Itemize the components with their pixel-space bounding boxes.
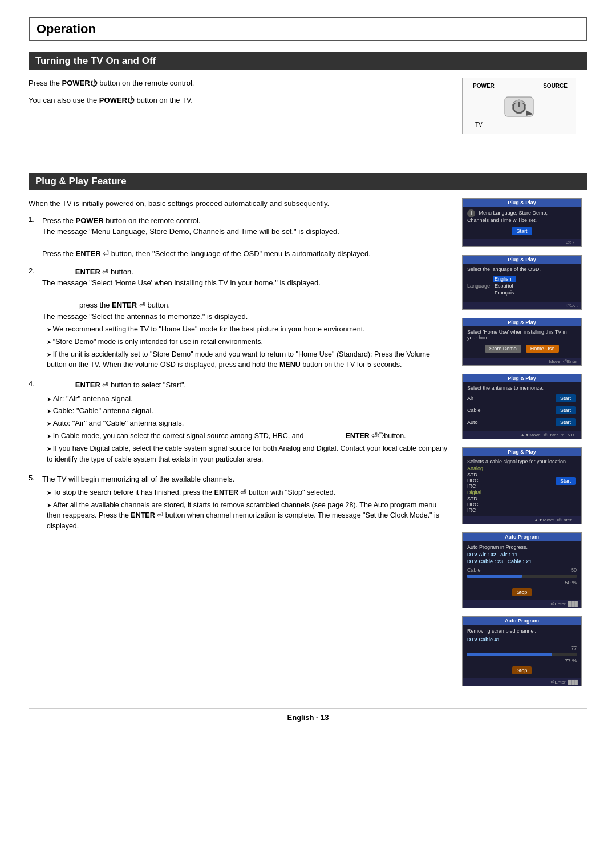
home-use-btn[interactable]: Home Use bbox=[526, 345, 560, 353]
auto-prog-info: Auto Program in Progress. DTV Air : 02 A… bbox=[467, 544, 577, 565]
step-1-num: 1. bbox=[29, 215, 39, 224]
auto-start-btn[interactable]: Start bbox=[556, 418, 576, 426]
note-after: After all the available channels are sto… bbox=[47, 500, 451, 532]
turning-heading: Turning the TV On and Off bbox=[29, 52, 587, 70]
progress-fill-1 bbox=[467, 575, 522, 578]
note-2: "Store Demo" mode is only intended for u… bbox=[47, 337, 451, 347]
analog-start-btn[interactable]: Start bbox=[556, 477, 576, 485]
screen5-text: Selects a cable signal type for your loc… bbox=[467, 459, 577, 464]
source-label: SOURCE bbox=[543, 83, 568, 89]
screen-auto-prog1: Auto Program Auto Program in Progress. D… bbox=[462, 532, 582, 608]
step-5: 5. The TV will begin memorizing all of t… bbox=[29, 474, 451, 534]
step-2-num: 2. bbox=[29, 266, 39, 275]
screen7-title: Auto Program bbox=[463, 617, 581, 625]
step-5-num: 5. bbox=[29, 474, 39, 482]
store-demo-btn[interactable]: Store Demo bbox=[485, 345, 521, 353]
screen7-body: Removing scrambled channel. DTV Cable 41… bbox=[463, 625, 581, 678]
cable-start-btn[interactable]: Start bbox=[556, 406, 576, 414]
auto-label: Auto bbox=[467, 419, 478, 425]
sub-air: Air: "Air" antenna signal. bbox=[47, 393, 451, 405]
power-diagram: POWER SOURCE TV bbox=[462, 78, 576, 134]
progress-fill-2 bbox=[467, 653, 552, 656]
auto-prog-text: Auto Program in Progress. bbox=[467, 544, 577, 551]
page-title: Operation bbox=[29, 17, 587, 41]
screen3-text: Select 'Home Use' when installing this T… bbox=[467, 329, 577, 341]
lang-francais: Français bbox=[493, 289, 516, 296]
screen1-text: Menu Language, Store Demo,Channels and T… bbox=[467, 210, 548, 223]
analog-types: STD HRC IRC bbox=[467, 472, 479, 489]
screen4-title: Plug & Play bbox=[463, 374, 581, 382]
plug-section: Plug & Play Feature When the TV is initi… bbox=[29, 173, 587, 691]
step-4-num: 4. bbox=[29, 379, 39, 388]
screen4-text: Select the antennas to memorize. bbox=[467, 385, 577, 391]
page-container: Operation Turning the TV On and Off Pres… bbox=[29, 17, 587, 722]
screen-home-use: Plug & Play Select 'Home Use' when insta… bbox=[462, 318, 582, 366]
antenna-cable: Cable Start bbox=[467, 405, 577, 415]
screen6-body: Auto Program in Progress. DTV Air : 02 A… bbox=[463, 541, 581, 600]
note-stop: To stop the search before it has finishe… bbox=[47, 487, 451, 498]
antenna-air: Air Start bbox=[467, 393, 577, 403]
screen5-title: Plug & Play bbox=[463, 448, 581, 456]
sub-auto: Auto: "Air" and "Cable" antenna signals. bbox=[47, 418, 451, 429]
cable-label: Cable bbox=[467, 407, 481, 413]
screen-cable-signal: Plug & Play Selects a cable signal type … bbox=[462, 447, 582, 524]
step-4-sub: Air: "Air" antenna signal. Cable: "Cable… bbox=[47, 393, 451, 429]
percent-label2: 77 bbox=[571, 645, 577, 651]
screen6-footer: ⏎Enter ███ bbox=[463, 600, 581, 608]
dtv-air-row: DTV Air : 02 Air : 11 bbox=[467, 551, 577, 559]
step-4-content: ENTER ⏎ button to select "Start". Air: "… bbox=[42, 379, 451, 467]
screen2-title: Plug & Play bbox=[463, 256, 581, 264]
step-1: 1. Press the POWER button on the remote … bbox=[29, 215, 451, 260]
progress-bar-2 bbox=[467, 653, 577, 656]
percent-display2: 77 % bbox=[467, 658, 577, 664]
plug-intro: When the TV is initially powered on, bas… bbox=[29, 198, 451, 209]
step-2: 2. ENTER ⏎ button. The message "Select '… bbox=[29, 266, 451, 373]
info-icon-1: i bbox=[467, 209, 475, 217]
plug-heading: Plug & Play Feature bbox=[29, 173, 587, 190]
screen-auto-prog2: Auto Program Removing scrambled channel.… bbox=[462, 616, 582, 686]
step-2-notes: We recommend setting the TV to "Home Use… bbox=[47, 324, 451, 370]
start-btn-1[interactable]: Start bbox=[512, 227, 532, 235]
right-screens: Plug & Play i Menu Language, Store Demo,… bbox=[462, 198, 587, 691]
lang-list: English Español Français bbox=[493, 276, 516, 296]
air-start-btn[interactable]: Start bbox=[556, 394, 576, 402]
note-1: We recommend setting the TV to "Home Use… bbox=[47, 324, 451, 335]
page-footer: English - 13 bbox=[29, 708, 587, 722]
step-1-content: Press the POWER button on the remote con… bbox=[42, 215, 451, 260]
percent-display1: 50 % bbox=[467, 580, 577, 585]
plug-left: When the TV is initially powered on, bas… bbox=[29, 198, 451, 691]
screen4-body: Select the antennas to memorize. Air Sta… bbox=[463, 382, 581, 431]
screen-plug-play-start: Plug & Play i Menu Language, Store Demo,… bbox=[462, 198, 582, 247]
screen1-title: Plug & Play bbox=[463, 199, 581, 207]
turning-line1: Press the POWER⏻ button on the remote co… bbox=[29, 78, 451, 89]
step-2-content: ENTER ⏎ button. The message "Select 'Hom… bbox=[42, 266, 451, 373]
antenna-auto: Auto Start bbox=[467, 417, 577, 427]
dtv-cable2-row: DTV Cable 41 bbox=[467, 636, 577, 644]
screen2-text: Select the language of the OSD. bbox=[467, 266, 577, 272]
screen4-footer: ▲▼Move ⏎Enter mENU... bbox=[463, 431, 581, 439]
stop-btn-2[interactable]: Stop bbox=[512, 666, 532, 674]
screen1-footer: ⏎⎔... bbox=[463, 239, 581, 246]
digital-types: STD HRC IRC bbox=[467, 496, 479, 513]
irc-digital: IRC bbox=[467, 507, 479, 513]
step-4-notes: In Cable mode, you can select the correc… bbox=[47, 431, 451, 464]
step-4: 4. ENTER ⏎ button to select "Start". Air… bbox=[29, 379, 451, 467]
screen5-body: Selects a cable signal type for your loc… bbox=[463, 456, 581, 516]
air-label: Air bbox=[467, 395, 473, 401]
step-5-notes: To stop the search before it has finishe… bbox=[47, 487, 451, 532]
power-label: POWER bbox=[473, 83, 495, 89]
screen-language: Plug & Play Select the language of the O… bbox=[462, 255, 582, 310]
footer-text: English - 13 bbox=[287, 713, 329, 722]
screen5-footer: ▲▼Move ⏎Enter ... bbox=[463, 516, 581, 524]
screen1-body: i Menu Language, Store Demo,Channels and… bbox=[463, 207, 581, 239]
percent-label1: 50 bbox=[571, 567, 577, 573]
lang-espanol: Español bbox=[493, 282, 516, 289]
cable-prog-label: Cable bbox=[467, 567, 481, 573]
removing-text: Removing scrambled channel. bbox=[467, 628, 577, 635]
lang-english: English bbox=[493, 276, 516, 282]
power-button-icon bbox=[502, 94, 536, 119]
screen3-body: Select 'Home Use' when installing this T… bbox=[463, 326, 581, 358]
stop-btn-1[interactable]: Stop bbox=[512, 588, 532, 596]
screen6-title: Auto Program bbox=[463, 533, 581, 541]
cable-digital-row: STD HRC IRC bbox=[467, 496, 577, 513]
